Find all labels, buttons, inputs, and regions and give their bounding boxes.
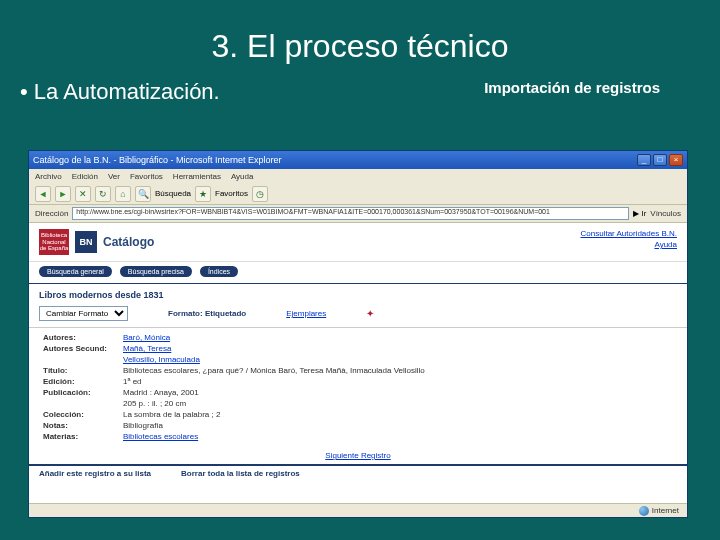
slide-bullet: • La Automatización. — [20, 79, 220, 105]
globe-icon — [639, 506, 649, 516]
search-button[interactable]: 🔍 — [135, 186, 151, 202]
section-heading: Libros modernos desde 1831 — [29, 283, 687, 302]
browser-window: Catálogo de la B.N. - Bibliográfico - Mi… — [28, 150, 688, 518]
go-button[interactable]: ▶ Ir — [633, 209, 646, 218]
ejemplares-link[interactable]: Ejemplares — [286, 309, 326, 318]
menu-item[interactable]: Herramientas — [173, 172, 221, 181]
format-select[interactable]: Cambiar Formato — [39, 306, 128, 321]
catalogo-heading: Catálogo — [103, 235, 154, 249]
tab-precise[interactable]: Búsqueda precisa — [120, 266, 192, 277]
tab-indices[interactable]: Índices — [200, 266, 238, 277]
toolbar: ◄ ► ✕ ↻ ⌂ 🔍 Búsqueda ★ Favoritos ◷ — [29, 183, 687, 205]
links-label[interactable]: Vínculos — [650, 209, 681, 218]
add-record-link[interactable]: Añadir este registro a su lista — [39, 469, 151, 478]
zone-indicator: Internet — [639, 506, 679, 516]
back-button[interactable]: ◄ — [35, 186, 51, 202]
star-icon[interactable]: ✦ — [366, 308, 374, 319]
status-bar: Internet — [29, 503, 687, 517]
minimize-button[interactable]: _ — [637, 154, 651, 166]
author-link[interactable]: Baró, Mónica — [123, 333, 170, 342]
logo-block: BibliotecaNacionalde España BN Catálogo — [39, 229, 154, 255]
menu-item[interactable]: Edición — [72, 172, 98, 181]
menu-item[interactable]: Ayuda — [231, 172, 254, 181]
format-label: Formato: Etiquetado — [168, 309, 246, 318]
subject-link[interactable]: Bibliotecas escolares — [123, 432, 198, 441]
menu-item[interactable]: Archivo — [35, 172, 62, 181]
authorities-link[interactable]: Consultar Autoridades B.N. — [581, 229, 678, 238]
address-label: Dirección — [35, 209, 68, 218]
menubar: Archivo Edición Ver Favoritos Herramient… — [29, 169, 687, 183]
close-button[interactable]: × — [669, 154, 683, 166]
page-content: BibliotecaNacionalde España BN Catálogo … — [29, 223, 687, 503]
menu-item[interactable]: Ver — [108, 172, 120, 181]
home-button[interactable]: ⌂ — [115, 186, 131, 202]
bne-logo: BibliotecaNacionalde España — [39, 229, 69, 255]
bn-icon: BN — [75, 231, 97, 253]
favorites-button[interactable]: ★ — [195, 186, 211, 202]
help-link[interactable]: Ayuda — [581, 240, 678, 249]
refresh-button[interactable]: ↻ — [95, 186, 111, 202]
address-input[interactable]: http://www.bne.es/cgi-bin/wsirtex?FOR=WB… — [72, 207, 629, 220]
clear-list-link[interactable]: Borrar toda la lista de registros — [181, 469, 300, 478]
menu-item[interactable]: Favoritos — [130, 172, 163, 181]
maximize-button[interactable]: □ — [653, 154, 667, 166]
tab-general[interactable]: Búsqueda general — [39, 266, 112, 277]
author2-link[interactable]: Mañà, Teresa — [123, 344, 171, 353]
author3-link[interactable]: Vellosillo, Inmaculada — [123, 355, 200, 364]
history-button[interactable]: ◷ — [252, 186, 268, 202]
titlebar: Catálogo de la B.N. - Bibliográfico - Mi… — [29, 151, 687, 169]
favorites-label: Favoritos — [215, 189, 248, 198]
slide-subtitle: Importación de registros — [484, 79, 660, 105]
slide-title: 3. El proceso técnico — [0, 0, 720, 65]
address-bar: Dirección http://www.bne.es/cgi-bin/wsir… — [29, 205, 687, 223]
next-record-link[interactable]: Siguiente Registro — [325, 451, 390, 460]
window-title: Catálogo de la B.N. - Bibliográfico - Mi… — [33, 155, 282, 165]
forward-button[interactable]: ► — [55, 186, 71, 202]
record-fields: Autores:Baró, Mónica Autores Secund:Mañà… — [29, 327, 687, 446]
search-label: Búsqueda — [155, 189, 191, 198]
stop-button[interactable]: ✕ — [75, 186, 91, 202]
